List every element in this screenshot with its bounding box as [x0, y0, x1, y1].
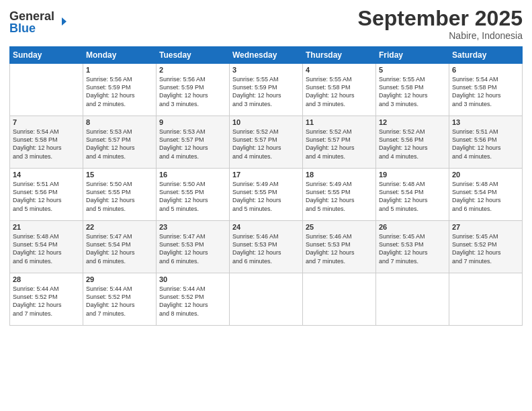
calendar-cell: 19Sunrise: 5:48 AMSunset: 5:54 PMDayligh… — [376, 169, 449, 221]
day-number: 12 — [379, 118, 446, 126]
location-subtitle: Nabire, Indonesia — [358, 30, 523, 41]
day-number: 30 — [159, 275, 226, 283]
day-info: Sunrise: 5:53 AMSunset: 5:57 PMDaylight:… — [86, 128, 153, 161]
calendar-cell: 4Sunrise: 5:55 AMSunset: 5:58 PMDaylight… — [303, 64, 376, 116]
day-number: 17 — [232, 171, 300, 179]
day-number: 1 — [86, 66, 153, 74]
calendar-week-row-1: 1Sunrise: 5:56 AMSunset: 5:59 PMDaylight… — [10, 64, 523, 116]
day-number: 28 — [13, 275, 80, 283]
day-info: Sunrise: 5:56 AMSunset: 5:59 PMDaylight:… — [159, 75, 226, 108]
calendar-cell: 2Sunrise: 5:56 AMSunset: 5:59 PMDaylight… — [157, 64, 230, 116]
day-number: 23 — [159, 223, 226, 231]
day-number: 27 — [452, 223, 519, 231]
calendar-cell: 12Sunrise: 5:52 AMSunset: 5:56 PMDayligh… — [376, 116, 449, 169]
calendar-cell: 1Sunrise: 5:56 AMSunset: 5:59 PMDaylight… — [83, 64, 157, 116]
logo-content: General Blue — [9, 7, 70, 38]
calendar-cell: 17Sunrise: 5:49 AMSunset: 5:55 PMDayligh… — [230, 169, 303, 221]
calendar-cell: 16Sunrise: 5:50 AMSunset: 5:55 PMDayligh… — [157, 169, 230, 221]
day-info: Sunrise: 5:44 AMSunset: 5:52 PMDaylight:… — [86, 285, 153, 318]
svg-text:General: General — [9, 9, 54, 23]
day-info: Sunrise: 5:47 AMSunset: 5:53 PMDaylight:… — [159, 232, 226, 265]
calendar-cell: 13Sunrise: 5:51 AMSunset: 5:56 PMDayligh… — [449, 116, 523, 169]
day-number: 7 — [13, 118, 80, 126]
day-info: Sunrise: 5:48 AMSunset: 5:54 PMDaylight:… — [379, 180, 446, 213]
day-info: Sunrise: 5:52 AMSunset: 5:57 PMDaylight:… — [306, 128, 373, 161]
day-number: 22 — [86, 223, 153, 231]
calendar-cell: 8Sunrise: 5:53 AMSunset: 5:57 PMDaylight… — [83, 116, 157, 169]
day-info: Sunrise: 5:50 AMSunset: 5:55 PMDaylight:… — [159, 180, 226, 213]
calendar-table: Sunday Monday Tuesday Wednesday Thursday… — [9, 46, 523, 326]
calendar-cell: 3Sunrise: 5:55 AMSunset: 5:59 PMDaylight… — [230, 64, 303, 116]
title-block: September 2025 Nabire, Indonesia — [358, 7, 523, 41]
calendar-week-row-4: 21Sunrise: 5:48 AMSunset: 5:54 PMDayligh… — [10, 221, 523, 273]
calendar-cell: 29Sunrise: 5:44 AMSunset: 5:52 PMDayligh… — [83, 273, 157, 326]
day-number: 5 — [379, 66, 446, 74]
day-info: Sunrise: 5:49 AMSunset: 5:55 PMDaylight:… — [232, 180, 300, 213]
day-number: 18 — [306, 171, 373, 179]
calendar-cell: 28Sunrise: 5:44 AMSunset: 5:52 PMDayligh… — [10, 273, 83, 326]
day-number: 15 — [86, 171, 153, 179]
calendar-cell: 30Sunrise: 5:44 AMSunset: 5:52 PMDayligh… — [157, 273, 230, 326]
day-number: 13 — [452, 118, 519, 126]
month-year-title: September 2025 — [358, 7, 523, 30]
calendar-cell: 27Sunrise: 5:45 AMSunset: 5:52 PMDayligh… — [449, 221, 523, 273]
calendar-cell — [303, 273, 376, 326]
calendar-cell: 18Sunrise: 5:49 AMSunset: 5:55 PMDayligh… — [303, 169, 376, 221]
calendar-cell — [449, 273, 523, 326]
day-info: Sunrise: 5:54 AMSunset: 5:58 PMDaylight:… — [452, 75, 519, 108]
day-info: Sunrise: 5:48 AMSunset: 5:54 PMDaylight:… — [452, 180, 519, 213]
logo-svg: General Blue — [9, 7, 70, 35]
day-number: 8 — [86, 118, 153, 126]
day-number: 25 — [306, 223, 373, 231]
day-number: 10 — [232, 118, 300, 126]
calendar-cell: 14Sunrise: 5:51 AMSunset: 5:56 PMDayligh… — [10, 169, 83, 221]
day-number: 9 — [159, 118, 226, 126]
calendar-cell: 23Sunrise: 5:47 AMSunset: 5:53 PMDayligh… — [157, 221, 230, 273]
day-number: 14 — [13, 171, 80, 179]
col-friday: Friday — [376, 47, 449, 64]
calendar-cell — [376, 273, 449, 326]
day-number: 4 — [306, 66, 373, 74]
calendar-cell: 6Sunrise: 5:54 AMSunset: 5:58 PMDaylight… — [449, 64, 523, 116]
day-info: Sunrise: 5:49 AMSunset: 5:55 PMDaylight:… — [306, 180, 373, 213]
day-info: Sunrise: 5:55 AMSunset: 5:59 PMDaylight:… — [232, 75, 300, 108]
day-info: Sunrise: 5:46 AMSunset: 5:53 PMDaylight:… — [306, 232, 373, 265]
day-info: Sunrise: 5:52 AMSunset: 5:57 PMDaylight:… — [232, 128, 300, 161]
day-info: Sunrise: 5:45 AMSunset: 5:52 PMDaylight:… — [452, 232, 519, 265]
day-info: Sunrise: 5:51 AMSunset: 5:56 PMDaylight:… — [452, 128, 519, 161]
day-info: Sunrise: 5:53 AMSunset: 5:57 PMDaylight:… — [159, 128, 226, 161]
page-container: General Blue September 2025 Nabire, Indo… — [0, 0, 532, 331]
col-monday: Monday — [83, 47, 157, 64]
day-number: 26 — [379, 223, 446, 231]
calendar-cell: 15Sunrise: 5:50 AMSunset: 5:55 PMDayligh… — [83, 169, 157, 221]
day-number: 29 — [86, 275, 153, 283]
calendar-week-row-2: 7Sunrise: 5:54 AMSunset: 5:58 PMDaylight… — [10, 116, 523, 169]
day-info: Sunrise: 5:45 AMSunset: 5:53 PMDaylight:… — [379, 232, 446, 265]
day-info: Sunrise: 5:47 AMSunset: 5:54 PMDaylight:… — [86, 232, 153, 265]
col-wednesday: Wednesday — [230, 47, 303, 64]
day-number: 20 — [452, 171, 519, 179]
calendar-week-row-3: 14Sunrise: 5:51 AMSunset: 5:56 PMDayligh… — [10, 169, 523, 221]
day-info: Sunrise: 5:55 AMSunset: 5:58 PMDaylight:… — [306, 75, 373, 108]
svg-text:Blue: Blue — [9, 21, 36, 35]
calendar-week-row-5: 28Sunrise: 5:44 AMSunset: 5:52 PMDayligh… — [10, 273, 523, 326]
logo: General Blue — [9, 7, 70, 38]
col-tuesday: Tuesday — [157, 47, 230, 64]
day-number: 3 — [232, 66, 300, 74]
day-info: Sunrise: 5:52 AMSunset: 5:56 PMDaylight:… — [379, 128, 446, 161]
day-info: Sunrise: 5:56 AMSunset: 5:59 PMDaylight:… — [86, 75, 153, 108]
day-info: Sunrise: 5:50 AMSunset: 5:55 PMDaylight:… — [86, 180, 153, 213]
day-info: Sunrise: 5:48 AMSunset: 5:54 PMDaylight:… — [13, 232, 80, 265]
calendar-cell: 7Sunrise: 5:54 AMSunset: 5:58 PMDaylight… — [10, 116, 83, 169]
day-info: Sunrise: 5:44 AMSunset: 5:52 PMDaylight:… — [159, 285, 226, 318]
calendar-header-row: Sunday Monday Tuesday Wednesday Thursday… — [10, 47, 523, 64]
calendar-cell: 11Sunrise: 5:52 AMSunset: 5:57 PMDayligh… — [303, 116, 376, 169]
day-number: 6 — [452, 66, 519, 74]
day-number: 11 — [306, 118, 373, 126]
calendar-cell: 25Sunrise: 5:46 AMSunset: 5:53 PMDayligh… — [303, 221, 376, 273]
calendar-cell: 26Sunrise: 5:45 AMSunset: 5:53 PMDayligh… — [376, 221, 449, 273]
day-info: Sunrise: 5:51 AMSunset: 5:56 PMDaylight:… — [13, 180, 80, 213]
calendar-cell: 22Sunrise: 5:47 AMSunset: 5:54 PMDayligh… — [83, 221, 157, 273]
calendar-cell: 5Sunrise: 5:55 AMSunset: 5:58 PMDaylight… — [376, 64, 449, 116]
calendar-cell: 9Sunrise: 5:53 AMSunset: 5:57 PMDaylight… — [157, 116, 230, 169]
